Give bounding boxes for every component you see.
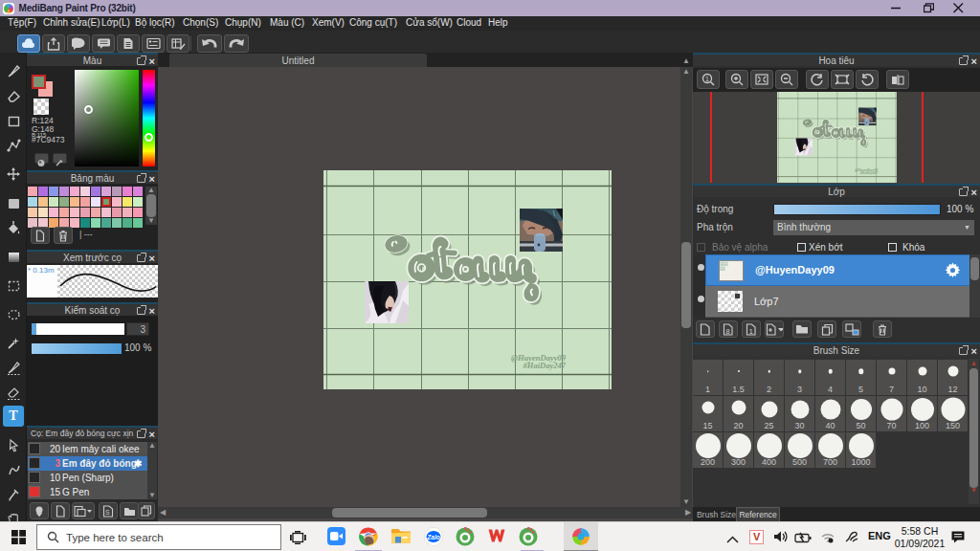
svg-text:Zalo: Zalo xyxy=(426,534,439,540)
svg-text:1: 1 xyxy=(749,326,754,335)
svg-text:8: 8 xyxy=(725,326,730,335)
svg-text:1: 1 xyxy=(705,76,709,82)
svg-text:S: S xyxy=(105,509,110,516)
